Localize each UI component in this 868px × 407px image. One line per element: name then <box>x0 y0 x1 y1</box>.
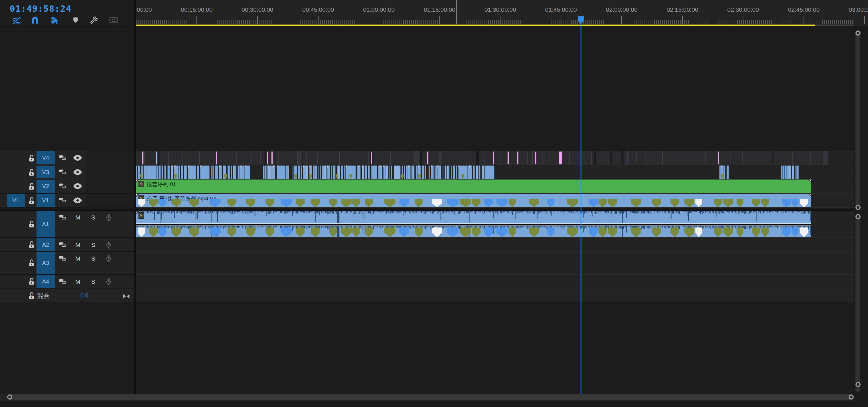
clip-marker[interactable] <box>296 199 305 207</box>
clip-marker[interactable] <box>529 228 539 237</box>
clip-marker[interactable] <box>800 228 808 237</box>
playhead-line[interactable] <box>581 24 582 395</box>
clip-marker[interactable] <box>509 199 516 207</box>
clip-marker[interactable] <box>149 199 158 207</box>
clip-marker[interactable] <box>352 228 360 237</box>
clip-marker[interactable] <box>589 228 598 237</box>
video-scrollbar-thumb[interactable] <box>856 30 860 210</box>
sync-lock-icon[interactable] <box>58 196 67 205</box>
clip-marker[interactable] <box>472 228 481 237</box>
clip-marker[interactable] <box>341 228 351 237</box>
solo-button[interactable]: S <box>89 241 97 249</box>
lock-icon[interactable] <box>27 154 36 163</box>
source-patch-v1[interactable]: V1 <box>7 194 25 207</box>
toggle-track-output-icon[interactable] <box>73 182 82 191</box>
clip-marker[interactable] <box>714 199 722 207</box>
clip-marker[interactable] <box>800 199 808 207</box>
clip-marker[interactable] <box>281 228 292 237</box>
clip-marker[interactable] <box>631 199 641 207</box>
clip-marker[interactable] <box>496 199 507 207</box>
master-volume-value[interactable]: 0.0 <box>81 292 88 299</box>
clip-marker[interactable] <box>496 228 507 237</box>
voiceover-record-icon[interactable] <box>104 241 113 249</box>
clip-marker[interactable] <box>172 199 181 207</box>
clip-marker[interactable] <box>608 199 617 207</box>
audio-scrollbar-thumb[interactable] <box>856 213 860 392</box>
clip-marker[interactable] <box>723 228 734 237</box>
clip-marker[interactable] <box>567 199 578 207</box>
timeline-ruler[interactable]: 00:00:00:0000:15:00:0000:30:00:0000:45:0… <box>136 0 868 27</box>
clip-marker[interactable] <box>414 199 423 207</box>
hscroll-left-handle[interactable] <box>7 395 12 400</box>
clip-marker[interactable] <box>311 199 320 207</box>
sync-lock-icon[interactable] <box>58 254 67 263</box>
lock-icon[interactable] <box>27 292 36 300</box>
clip-marker[interactable] <box>246 228 255 237</box>
mute-button[interactable]: M <box>73 241 82 249</box>
audio-scrollbar-top-handle[interactable] <box>856 214 861 219</box>
clip-marker[interactable] <box>246 199 255 207</box>
clip-marker[interactable] <box>589 199 598 207</box>
track-name-button-a1[interactable]: A1 <box>36 211 55 237</box>
clip-a1-audio[interactable]: fx <box>136 211 811 237</box>
nest-toggle-icon[interactable] <box>12 16 22 25</box>
video-scrollbar-bottom-handle[interactable] <box>856 205 861 210</box>
clip-marker[interactable] <box>671 228 679 237</box>
hscroll-right-handle[interactable] <box>848 395 854 400</box>
lock-icon[interactable] <box>27 168 36 177</box>
clip-marker[interactable] <box>547 228 554 237</box>
clip-marker[interactable] <box>737 228 744 237</box>
lock-icon[interactable] <box>27 259 36 267</box>
playhead-timecode[interactable]: 01:49:58:24 <box>10 3 71 14</box>
clip-marker[interactable] <box>782 199 791 207</box>
clip-marker[interactable] <box>399 199 409 207</box>
sync-lock-icon[interactable] <box>58 168 67 176</box>
clip-marker[interactable] <box>529 199 539 207</box>
clip-marker[interactable] <box>598 199 607 207</box>
clip-marker[interactable] <box>684 199 694 207</box>
clip-marker[interactable] <box>341 199 351 207</box>
clip-marker[interactable] <box>399 228 409 237</box>
clip-marker[interactable] <box>227 199 236 207</box>
toggle-track-output-icon[interactable] <box>73 196 82 205</box>
sync-lock-icon[interactable] <box>58 182 67 191</box>
clip-marker[interactable] <box>792 228 799 237</box>
clip-marker[interactable] <box>567 228 578 237</box>
clip-marker[interactable] <box>149 228 158 237</box>
track-lane-a3[interactable] <box>136 252 854 274</box>
clip-marker[interactable] <box>432 228 442 237</box>
linked-selection-icon[interactable] <box>50 16 60 25</box>
voiceover-record-icon[interactable] <box>104 254 113 263</box>
clip-marker[interactable] <box>138 228 145 237</box>
snap-icon[interactable] <box>30 16 40 25</box>
track-lane-a4[interactable] <box>136 274 854 289</box>
clip-marker[interactable] <box>189 199 199 207</box>
solo-button[interactable]: S <box>89 278 97 286</box>
clip-v1-video[interactable]: fx抖音 第2集 字节系列.mp4 [V] <box>136 194 811 207</box>
track-name-button-v1[interactable]: V1 <box>36 194 55 207</box>
clip-marker[interactable] <box>365 199 373 207</box>
clip-marker[interactable] <box>782 228 791 237</box>
v4-clips-strip[interactable] <box>136 151 828 165</box>
clip-marker[interactable] <box>737 199 744 207</box>
mute-button[interactable]: M <box>73 254 82 263</box>
add-marker-icon[interactable] <box>71 16 81 25</box>
track-name-button-v2[interactable]: V2 <box>36 180 55 193</box>
toggle-track-output-icon[interactable] <box>73 153 82 162</box>
voiceover-record-icon[interactable] <box>104 213 113 222</box>
fx-badge[interactable]: fx <box>138 181 144 187</box>
clip-marker[interactable] <box>598 228 607 237</box>
clip-marker[interactable] <box>266 228 274 237</box>
solo-button[interactable]: S <box>89 213 97 222</box>
clip-marker[interactable] <box>762 199 769 207</box>
clip-marker[interactable] <box>414 228 423 237</box>
clip-marker[interactable] <box>172 228 181 237</box>
header-content-divider[interactable] <box>134 0 136 407</box>
clip-marker[interactable] <box>227 228 236 237</box>
clip-marker[interactable] <box>684 228 694 237</box>
clip-marker[interactable] <box>723 199 734 207</box>
clip-marker[interactable] <box>329 228 337 237</box>
track-name-button-v3[interactable]: V3 <box>36 166 55 178</box>
sync-lock-icon[interactable] <box>58 241 67 249</box>
clip-marker[interactable] <box>547 199 554 207</box>
